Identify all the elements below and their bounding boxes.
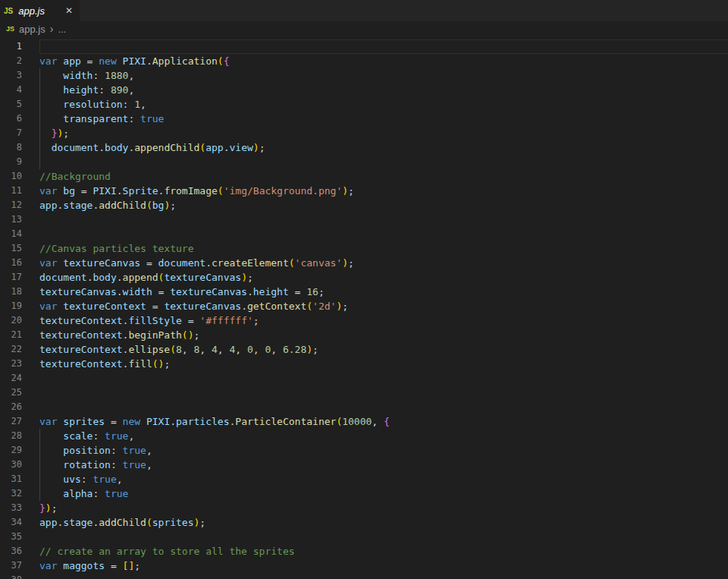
line-number[interactable]: 28: [0, 429, 22, 443]
token: :: [99, 84, 111, 96]
line-number[interactable]: 36: [0, 544, 22, 559]
line-number[interactable]: 22: [0, 342, 22, 357]
line-number[interactable]: 13: [0, 212, 22, 227]
code-line[interactable]: 21textureContext.beginPath();: [0, 328, 728, 342]
close-icon[interactable]: ✕: [65, 6, 73, 15]
line-number[interactable]: 15: [0, 241, 22, 256]
code-line[interactable]: 4 height: 890,: [0, 83, 728, 97]
line-number[interactable]: 12: [0, 198, 22, 212]
code-line[interactable]: 17document.body.append(textureCanvas);: [0, 270, 728, 285]
line-number[interactable]: 23: [0, 357, 22, 371]
token: textureContext: [63, 301, 146, 312]
line-number[interactable]: 2: [0, 54, 22, 68]
code-line[interactable]: 26: [0, 400, 728, 414]
code-line[interactable]: 2var app = new PIXI.Application({: [0, 54, 728, 68]
line-number[interactable]: 27: [0, 414, 22, 429]
line-number[interactable]: 14: [0, 227, 22, 241]
token: }: [39, 502, 46, 514]
code-line[interactable]: 5 resolution: 1,: [0, 97, 728, 112]
code-line[interactable]: 13: [0, 212, 728, 227]
code-line[interactable]: 9: [0, 155, 728, 169]
code-line[interactable]: 35: [0, 530, 728, 544]
code-line[interactable]: 7 });: [0, 126, 728, 140]
line-number[interactable]: 18: [0, 285, 22, 299]
code-line[interactable]: 38: [0, 573, 728, 579]
code-line[interactable]: 1: [0, 39, 728, 54]
code-line[interactable]: 12app.stage.addChild(bg);: [0, 198, 728, 212]
code-line[interactable]: 15//Canvas particles texture: [0, 241, 728, 256]
line-number[interactable]: 20: [0, 313, 22, 328]
code-line[interactable]: 32 alpha: true: [0, 486, 728, 501]
line-number[interactable]: 34: [0, 515, 22, 530]
token: var: [39, 560, 57, 571]
breadcrumb-file[interactable]: app.js: [19, 24, 46, 35]
token: =: [81, 55, 99, 67]
code-line[interactable]: 37var maggots = [];: [0, 559, 728, 573]
line-number[interactable]: 8: [0, 140, 22, 155]
code-editor[interactable]: 12var app = new PIXI.Application({3 widt…: [0, 36, 728, 579]
line-number[interactable]: 3: [0, 68, 22, 83]
line-number[interactable]: 33: [0, 501, 22, 515]
code-line[interactable]: 8 document.body.appendChild(app.view);: [0, 140, 728, 155]
line-content: width: 1880,: [39, 68, 728, 83]
token: (: [199, 142, 206, 153]
line-number[interactable]: 1: [0, 39, 22, 54]
code-line[interactable]: 33});: [0, 501, 728, 515]
line-content: var textureCanvas = document.createEleme…: [39, 256, 728, 270]
token: ,: [128, 84, 134, 96]
token: (): [152, 358, 165, 370]
line-number[interactable]: 11: [0, 184, 22, 198]
line-number[interactable]: 21: [0, 328, 22, 342]
token: ): [306, 344, 312, 355]
code-line[interactable]: 18textureCanvas.width = textureCanvas.he…: [0, 285, 728, 299]
code-line[interactable]: 14: [0, 227, 728, 241]
code-line[interactable]: 19var textureContext = textureCanvas.get…: [0, 299, 728, 313]
token: (: [170, 344, 176, 355]
code-line[interactable]: 31 uvs: true,: [0, 472, 728, 486]
line-number[interactable]: 6: [0, 112, 22, 126]
line-number[interactable]: 26: [0, 400, 22, 414]
code-line[interactable]: 34app.stage.addChild(sprites);: [0, 515, 728, 530]
indent-guide: [39, 472, 40, 486]
line-number[interactable]: 16: [0, 256, 22, 270]
code-line[interactable]: 30 rotation: true,: [0, 458, 728, 472]
line-number[interactable]: 10: [0, 169, 22, 184]
line-number[interactable]: 32: [0, 486, 22, 501]
line-number[interactable]: 31: [0, 472, 22, 486]
code-line[interactable]: 16var textureCanvas = document.createEle…: [0, 256, 728, 270]
line-number[interactable]: 37: [0, 559, 22, 573]
line-number[interactable]: 25: [0, 385, 22, 400]
code-line[interactable]: 27var sprites = new PIXI.particles.Parti…: [0, 414, 728, 429]
code-line[interactable]: 36// create an array to store all the sp…: [0, 544, 728, 559]
code-line[interactable]: 28 scale: true,: [0, 429, 728, 443]
code-line[interactable]: 24: [0, 371, 728, 385]
line-number[interactable]: 30: [0, 458, 22, 472]
code-line[interactable]: 20textureContext.fillStyle = '#ffffff';: [0, 313, 728, 328]
code-line[interactable]: 10//Background: [0, 169, 728, 184]
code-line[interactable]: 29 position: true,: [0, 443, 728, 458]
code-line[interactable]: 22textureContext.ellipse(8, 8, 4, 4, 0, …: [0, 342, 728, 357]
code-line[interactable]: 6 transparent: true: [0, 112, 728, 126]
line-number[interactable]: 29: [0, 443, 22, 458]
tab-appjs[interactable]: JS app.js ✕: [0, 0, 80, 21]
line-number[interactable]: 17: [0, 270, 22, 285]
line-number[interactable]: 5: [0, 97, 22, 112]
line-number[interactable]: 4: [0, 83, 22, 97]
token: ): [342, 185, 348, 197]
line-number[interactable]: 19: [0, 299, 22, 313]
line-number[interactable]: 9: [0, 155, 22, 169]
code-line[interactable]: 3 width: 1880,: [0, 68, 728, 83]
line-number[interactable]: 7: [0, 126, 22, 140]
line-number[interactable]: 35: [0, 530, 22, 544]
line-number[interactable]: 38: [0, 573, 22, 579]
code-line[interactable]: 25: [0, 385, 728, 400]
token: rotation: [63, 459, 111, 470]
line-content: var maggots = [];: [39, 559, 728, 573]
breadcrumb-symbol-ellipsis[interactable]: ...: [58, 24, 66, 35]
code-line[interactable]: 11var bg = PIXI.Sprite.fromImage('img/Ba…: [0, 184, 728, 198]
indent-guide: [39, 486, 40, 501]
line-number[interactable]: 24: [0, 371, 22, 385]
code-line[interactable]: 23textureContext.fill();: [0, 357, 728, 371]
tab-title: app.js: [18, 5, 45, 17]
token: [39, 445, 63, 456]
